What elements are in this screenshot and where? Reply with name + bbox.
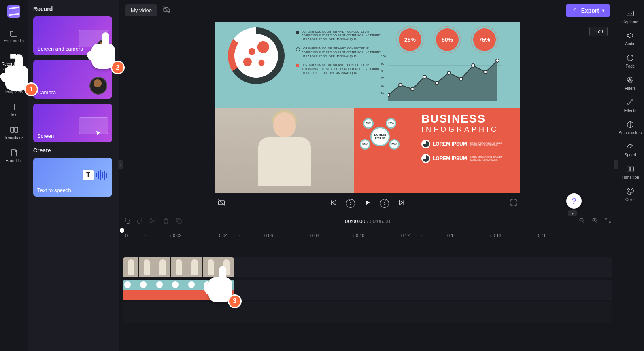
prop-filters[interactable]: Filters bbox=[618, 72, 642, 94]
speed-icon bbox=[626, 142, 635, 151]
area-chart-icon bbox=[388, 57, 502, 101]
ruler-tick: 0:06 bbox=[264, 233, 273, 238]
ruler-tick: 0:16 bbox=[493, 233, 501, 238]
tutorial-pointer-3: 3 bbox=[208, 277, 232, 302]
nav-text[interactable]: Text bbox=[2, 99, 26, 120]
export-label: Export bbox=[581, 7, 599, 14]
play-button[interactable] bbox=[364, 199, 371, 208]
nav-your-media[interactable]: Your media bbox=[2, 25, 26, 47]
expand-panel-button[interactable]: › bbox=[614, 160, 618, 169]
split-button[interactable] bbox=[149, 217, 157, 226]
nav-brand-kit[interactable]: Brand kit bbox=[2, 145, 26, 166]
transitions-icon bbox=[9, 125, 18, 134]
prop-audio[interactable]: Audio bbox=[618, 28, 642, 49]
skip-back-button[interactable]: ↶5 bbox=[346, 199, 355, 208]
help-button[interactable]: ? bbox=[566, 193, 582, 209]
donut-chart-icon bbox=[228, 27, 285, 84]
ruler-tick: 0:08 bbox=[310, 233, 319, 238]
ruler-tick: 0:04 bbox=[219, 233, 227, 238]
callout-badge: 3 bbox=[228, 294, 242, 308]
svg-rect-4 bbox=[11, 127, 14, 132]
prop-color[interactable]: Color bbox=[618, 184, 642, 205]
prop-speed[interactable]: Speed bbox=[618, 139, 642, 161]
prop-fade[interactable]: Fade bbox=[618, 50, 642, 72]
prop-adjust-colors[interactable]: Adjust colors bbox=[618, 117, 642, 138]
skip-forward-button[interactable]: ↷5 bbox=[380, 199, 389, 208]
preview-text-block: LOREM IPSUM DOLOR SIT AMET, CONSECTETUR … bbox=[296, 30, 385, 80]
preview-infographic-panel: LOREM IPSUM 25% 25% 50% 25% BUSINESS INF… bbox=[354, 108, 520, 193]
undo-button[interactable] bbox=[123, 217, 131, 226]
track-row[interactable] bbox=[123, 280, 612, 300]
chevron-down-icon: ▾ bbox=[602, 8, 604, 13]
svg-point-11 bbox=[435, 81, 438, 85]
svg-rect-30 bbox=[631, 167, 633, 171]
nav-label: Brand kit bbox=[6, 159, 21, 163]
adjust-colors-icon bbox=[626, 120, 635, 129]
fade-icon bbox=[626, 53, 635, 62]
card-label: Screen and camera bbox=[37, 46, 83, 52]
card-label: Camera bbox=[37, 89, 56, 95]
callout-badge: 1 bbox=[24, 82, 38, 96]
percent-badge: 50% bbox=[436, 28, 459, 51]
transport-controls: ↶5 ↷5 bbox=[215, 193, 520, 214]
export-button[interactable]: Export ▾ bbox=[566, 4, 610, 17]
next-frame-button[interactable] bbox=[398, 199, 406, 208]
prop-effects[interactable]: Effects bbox=[618, 95, 642, 116]
ruler-tick: 0:10 bbox=[356, 233, 364, 238]
delete-button[interactable] bbox=[162, 217, 170, 226]
prev-frame-button[interactable] bbox=[329, 199, 337, 208]
prop-captions[interactable]: Captions bbox=[618, 6, 642, 27]
right-rail: › Captions Audio Fade Filters Effects Ad… bbox=[616, 0, 644, 205]
color-palette-icon bbox=[626, 187, 635, 196]
preview-stage[interactable]: LOREM IPSUM DOLOR SIT AMET, CONSECTETUR … bbox=[215, 22, 520, 193]
nav-label: Text bbox=[10, 112, 17, 117]
svg-point-31 bbox=[628, 191, 629, 192]
tutorial-pointer-1: 1 bbox=[5, 66, 28, 91]
nav-label: Transitions bbox=[4, 135, 24, 140]
percent-badge: 25% bbox=[399, 28, 421, 51]
project-title[interactable]: My video bbox=[125, 4, 157, 16]
ruler-tick: 0 bbox=[125, 233, 128, 238]
zoom-in-button[interactable] bbox=[591, 217, 599, 226]
text-icon bbox=[9, 102, 18, 111]
brand-kit-icon bbox=[9, 148, 18, 157]
collapse-panel-button[interactable]: ‹ bbox=[118, 160, 123, 169]
track-row[interactable] bbox=[123, 302, 612, 323]
svg-point-13 bbox=[459, 77, 463, 80]
fit-timeline-button[interactable] bbox=[604, 217, 612, 226]
preview-subtitle: INFOGRAPHIC bbox=[421, 125, 514, 134]
ruler-tick: 0:02 bbox=[173, 233, 181, 238]
track-row[interactable] bbox=[123, 257, 612, 277]
svg-rect-29 bbox=[627, 167, 630, 171]
timeline[interactable]: 00:020:040:060:080:100:120:140:160:18 3 bbox=[119, 230, 616, 351]
section-title-record: Record bbox=[33, 6, 115, 12]
video-clip[interactable] bbox=[123, 257, 234, 277]
svg-rect-20 bbox=[178, 220, 181, 223]
expand-down-button[interactable]: ▾ bbox=[568, 210, 577, 216]
svg-marker-6 bbox=[388, 61, 497, 101]
app-logo-icon bbox=[7, 5, 20, 18]
aspect-ratio-button[interactable]: 16:9 bbox=[589, 27, 608, 36]
svg-point-24 bbox=[627, 55, 633, 61]
window-thumb-icon bbox=[79, 117, 108, 134]
card-screen[interactable]: ➤ Screen bbox=[33, 104, 112, 142]
svg-point-15 bbox=[484, 70, 487, 74]
cloud-off-icon[interactable] bbox=[162, 6, 170, 15]
safe-zone-toggle[interactable] bbox=[217, 199, 225, 208]
nav-transitions[interactable]: Transitions bbox=[2, 122, 26, 143]
card-text-to-speech[interactable]: T Text to speech bbox=[33, 158, 112, 197]
callout-badge: 2 bbox=[111, 61, 125, 74]
avatar-thumb-icon bbox=[89, 77, 107, 95]
preview-area: 16:9 LOREM IPSUM DOLOR SIT AMET, CONSECT… bbox=[119, 21, 616, 214]
prop-transition[interactable]: Transition bbox=[618, 161, 642, 183]
fullscreen-button[interactable] bbox=[510, 199, 518, 208]
effects-icon bbox=[626, 98, 635, 107]
card-label: Screen bbox=[37, 133, 54, 139]
upload-icon bbox=[572, 7, 578, 14]
svg-point-12 bbox=[447, 71, 451, 74]
duplicate-button[interactable] bbox=[175, 217, 183, 226]
timeline-ruler[interactable]: 00:020:040:060:080:100:120:140:160:18 bbox=[122, 230, 616, 241]
transition-icon bbox=[626, 165, 635, 173]
redo-button[interactable] bbox=[136, 217, 144, 226]
zoom-out-button[interactable] bbox=[578, 217, 586, 226]
